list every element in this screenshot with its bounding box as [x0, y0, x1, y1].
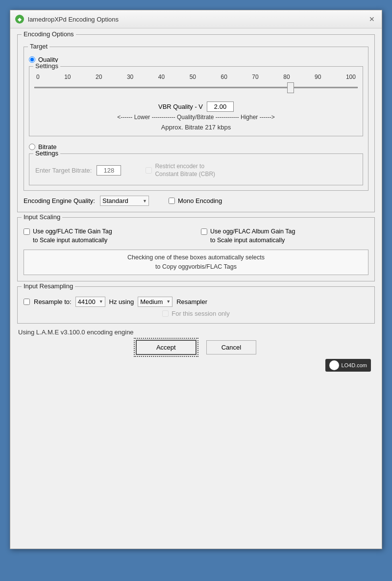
resample-row: Resample to: 22050 32000 44100 48000 Hz … [24, 297, 368, 307]
input-scaling-label: Input Scaling [22, 213, 62, 221]
input-resampling-label: Input Resampling [22, 282, 75, 290]
bitrate-settings-label: Settings [33, 150, 60, 157]
target-bitrate-label: Enter Target Bitrate: [35, 167, 92, 174]
input-resampling-group: Input Resampling Resample to: 22050 3200… [17, 286, 375, 324]
approx-bitrate: Approx. Bitrate 217 kbps [34, 124, 358, 131]
input-scaling-group: Input Scaling Use ogg/FLAC Title Gain Ta… [17, 217, 375, 281]
content-area: Encoding Options Target Quality Settings… [10, 28, 382, 379]
mono-checkbox[interactable] [169, 198, 175, 204]
engine-row: Encoding Engine Quality: Fast Standard H… [24, 196, 368, 206]
quality-radio-row: Quality [29, 56, 363, 63]
cbr-checkbox[interactable] [146, 167, 152, 174]
footer-engine-text: Using L.A.M.E v3.100.0 encoding engine [17, 328, 375, 336]
app-icon: ◆ [15, 15, 24, 24]
session-label: For this session only [172, 310, 230, 317]
session-row: For this session only [24, 310, 368, 317]
slider-labels: 0 10 20 30 40 50 60 70 80 90 100 [34, 74, 358, 80]
lo4d-icon [329, 360, 339, 370]
scaling-info-text: Checking one of these boxes automaticall… [127, 254, 265, 270]
quality-select-wrapper: Low Medium High [138, 297, 172, 307]
bitrate-radio-row: Bitrate [29, 143, 363, 151]
hz-select[interactable]: 22050 32000 44100 48000 [75, 297, 105, 307]
quality-slider-container [34, 80, 358, 98]
vbr-row: VBR Quality - V [34, 101, 358, 112]
scaling-checks: Use ogg/FLAC Title Gain Tagto Scale inpu… [24, 227, 368, 245]
ogg-album-item: Use ogg/FLAC Album Gain Tagto Scale inpu… [201, 227, 368, 245]
quality-settings-label: Settings [33, 62, 60, 70]
cbr-section: Restrict encoder toConstant Bitrate (CBR… [146, 163, 215, 178]
title-bar-left: ◆ lamedropXPd Encoding Options [15, 15, 119, 24]
watermark-area: LO4D.com [17, 357, 375, 374]
vbr-input[interactable] [207, 101, 234, 112]
mono-label: Mono Encoding [178, 197, 222, 204]
cancel-button[interactable]: Cancel [206, 340, 256, 354]
mono-row: Mono Encoding [169, 197, 222, 204]
resample-checkbox[interactable] [24, 299, 30, 305]
encoding-options-label: Encoding Options [22, 30, 76, 38]
accept-button[interactable]: Accept [136, 340, 196, 355]
buttons-row: Accept Cancel [17, 340, 375, 355]
ogg-title-label: Use ogg/FLAC Title Gain Tagto Scale inpu… [33, 227, 112, 245]
bitrate-settings-group: Settings Enter Target Bitrate: Restrict … [29, 153, 363, 185]
engine-select[interactable]: Fast Standard High Quality [100, 196, 149, 206]
cbr-label: Restrict encoder toConstant Bitrate (CBR… [155, 163, 215, 178]
hz-unit-label: Hz using [109, 298, 134, 305]
scaling-info-box: Checking one of these boxes automaticall… [24, 250, 368, 275]
target-label: Target [28, 43, 49, 50]
vbr-label: VBR Quality - V [158, 103, 203, 110]
watermark-text: LO4D.com [341, 362, 367, 368]
ogg-title-item: Use ogg/FLAC Title Gain Tagto Scale inpu… [24, 227, 191, 245]
ogg-album-checkbox[interactable] [201, 228, 207, 235]
bitrate-input[interactable] [97, 165, 121, 176]
quality-select[interactable]: Low Medium High [138, 297, 172, 307]
watermark-badge: LO4D.com [325, 359, 371, 372]
quality-slider[interactable] [34, 82, 358, 92]
quality-hint: <------ Lower ------------ Quality/Bitra… [34, 114, 358, 121]
resampler-label: Resampler [176, 298, 207, 305]
encoding-options-group: Encoding Options Target Quality Settings… [17, 34, 375, 212]
main-window: ◆ lamedropXPd Encoding Options ✕ Encodin… [10, 10, 382, 549]
engine-quality-label: Encoding Engine Quality: [24, 197, 95, 204]
ogg-album-label: Use ogg/FLAC Album Gain Tagto Scale inpu… [210, 227, 295, 245]
quality-settings-group: Settings 0 10 20 30 40 50 60 70 80 90 10… [29, 66, 363, 136]
title-bar: ◆ lamedropXPd Encoding Options ✕ [10, 10, 382, 28]
window-title: lamedropXPd Encoding Options [28, 16, 119, 23]
session-checkbox[interactable] [162, 310, 169, 317]
hz-select-wrapper: 22050 32000 44100 48000 [75, 297, 105, 307]
close-button[interactable]: ✕ [367, 14, 377, 24]
bitrate-row: Enter Target Bitrate: Restrict encoder t… [35, 163, 357, 178]
ogg-title-checkbox[interactable] [24, 228, 30, 235]
target-group: Target Quality Settings 0 10 20 30 40 5 [24, 47, 368, 191]
resample-to-label: Resample to: [34, 298, 72, 305]
engine-select-wrapper: Fast Standard High Quality [100, 196, 149, 206]
